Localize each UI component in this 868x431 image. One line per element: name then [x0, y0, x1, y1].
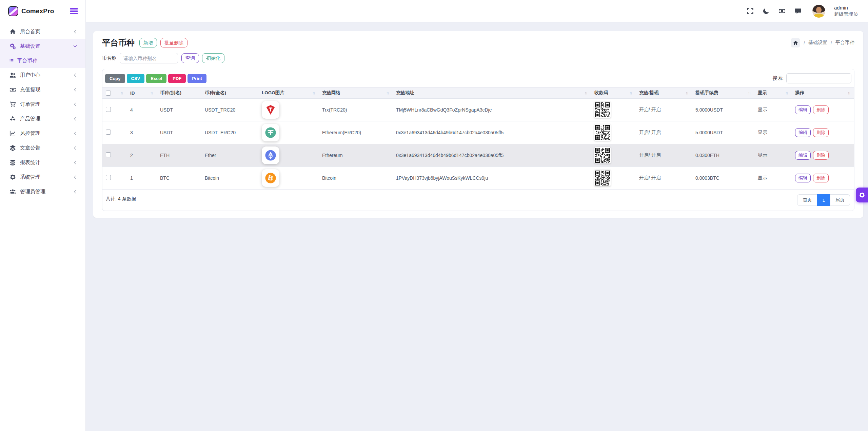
moon-icon[interactable]	[763, 7, 770, 15]
admin-app: ComexPro 后台首页基础设置平台币种用户中心充值提现订单管理产品管理风控管…	[0, 0, 868, 431]
currency-name-input[interactable]	[120, 53, 178, 63]
row-checkbox[interactable]	[106, 130, 111, 135]
chevron-down-icon	[73, 44, 77, 48]
sidebar-subitem-platform-currency[interactable]: 平台币种	[0, 54, 85, 68]
sort-icon[interactable]: ↑↓	[386, 91, 389, 95]
column-header-6[interactable]: 充值地址↑↓	[393, 87, 591, 99]
edit-button[interactable]: 编辑	[795, 151, 811, 160]
sort-icon[interactable]: ↑↓	[585, 91, 588, 95]
sidebar-item-label: 报表统计	[20, 159, 40, 166]
search-label: 搜索:	[773, 75, 784, 81]
breadcrumb-item[interactable]: 基础设置	[808, 40, 827, 46]
sort-icon[interactable]: ↑↓	[120, 91, 123, 95]
delete-button[interactable]: 删除	[813, 151, 829, 160]
page-number-button[interactable]: 1	[817, 194, 830, 206]
edit-button[interactable]: 编辑	[795, 128, 811, 137]
column-header-10[interactable]: 显示↑↓	[754, 87, 792, 99]
sidebar-item-admin-management[interactable]: 管理员管理	[0, 184, 85, 199]
chevron-left-icon	[73, 87, 77, 92]
batch-delete-button[interactable]: 批量删除	[160, 38, 188, 48]
sidebar-item-risk-management[interactable]: 风控管理	[0, 126, 85, 141]
cell-fee: 5.0000USDT	[692, 121, 754, 144]
sort-icon[interactable]: ↑↓	[748, 91, 751, 95]
sort-icon[interactable]: ↑↓	[686, 91, 689, 95]
sort-icon[interactable]: ↑↓	[629, 91, 632, 95]
sidebar-item-order-management[interactable]: 订单管理	[0, 97, 85, 112]
avatar[interactable]	[812, 5, 825, 18]
user-meta[interactable]: admin 超级管理员	[834, 5, 858, 17]
add-button[interactable]: 新增	[139, 38, 157, 48]
table-search-input[interactable]	[786, 73, 851, 83]
export-csv-button[interactable]: CSV	[127, 74, 145, 83]
sidebar-item-user-center[interactable]: 用户中心	[0, 68, 85, 82]
sidebar-item-deposit-withdraw[interactable]: 充值提现	[0, 82, 85, 97]
column-header-0[interactable]: ↑↓	[102, 87, 127, 99]
delete-button[interactable]: 删除	[813, 174, 829, 182]
column-header-11[interactable]: 操作↑↓	[792, 87, 854, 99]
edit-button[interactable]: 编辑	[795, 174, 811, 182]
row-checkbox[interactable]	[106, 107, 111, 112]
user-name: admin	[834, 5, 858, 11]
sort-icon[interactable]: ↑↓	[150, 91, 153, 95]
row-checkbox[interactable]	[106, 175, 111, 180]
sidebar-item-label: 充值提现	[20, 86, 40, 93]
cell-fullname: Bitcoin	[201, 167, 258, 190]
column-header-7[interactable]: 收款码↑↓	[591, 87, 636, 99]
qr-code-image[interactable]	[594, 170, 611, 186]
row-checkbox[interactable]	[106, 152, 111, 157]
column-header-5[interactable]: 充值网络↑↓	[319, 87, 393, 99]
sidebar-item-dashboard[interactable]: 后台首页	[0, 24, 85, 39]
sidebar-menu: 后台首页基础设置平台币种用户中心充值提现订单管理产品管理风控管理文章公告报表统计…	[0, 22, 85, 199]
sidebar-item-basic-settings[interactable]: 基础设置	[0, 39, 85, 54]
edit-button[interactable]: 编辑	[795, 105, 811, 114]
column-header-8[interactable]: 充值/提现↑↓	[636, 87, 692, 99]
cell-qr	[591, 99, 636, 121]
select-all-checkbox[interactable]	[106, 91, 111, 96]
breadcrumb-home-button[interactable]	[791, 38, 800, 47]
settings-fab-button[interactable]	[856, 188, 868, 202]
filter-label: 币名称	[102, 55, 116, 61]
sidebar-group-product-management: 产品管理	[0, 112, 85, 126]
export-excel-button[interactable]: Excel	[146, 74, 166, 83]
sidebar-item-product-management[interactable]: 产品管理	[0, 112, 85, 126]
fullscreen-icon[interactable]	[747, 7, 754, 15]
cell-deposit-withdraw: 开启/ 开启	[636, 167, 692, 190]
cell-id: 4	[127, 99, 157, 121]
delete-button[interactable]: 删除	[813, 105, 829, 114]
sidebar-item-label: 基础设置	[20, 43, 40, 50]
page-nav-button[interactable]: 尾页	[830, 194, 850, 206]
delete-button[interactable]: 删除	[813, 128, 829, 137]
filter-buttons: 查询初始化	[181, 53, 224, 63]
column-header-4[interactable]: LOGO图片↑↓	[258, 87, 319, 99]
export-print-button[interactable]: Print	[188, 74, 206, 83]
sidebar-item-report-statistics[interactable]: 报表统计	[0, 155, 85, 170]
export-pdf-button[interactable]: PDF	[168, 74, 186, 83]
cell-id: 1	[127, 167, 157, 190]
breadcrumb-item[interactable]: 平台币种	[835, 40, 854, 46]
sidebar-item-system-management[interactable]: 系统管理	[0, 170, 85, 184]
qr-code-image[interactable]	[594, 102, 611, 118]
cell-fee: 5.0000USDT	[692, 99, 754, 121]
export-copy-button[interactable]: Copy	[105, 74, 125, 83]
sort-icon[interactable]: ↑↓	[312, 91, 315, 95]
qr-code-image[interactable]	[594, 124, 611, 141]
sidebar-item-article-notice[interactable]: 文章公告	[0, 141, 85, 155]
banknote-icon[interactable]	[778, 7, 786, 15]
sort-icon[interactable]: ↑↓	[848, 91, 851, 95]
column-header-label: 充值网络	[322, 90, 340, 96]
table-header-row: ↑↓ID↑↓币种(别名)币种(全名)LOGO图片↑↓充值网络↑↓充值地址↑↓收款…	[102, 87, 854, 99]
sidebar-group-dashboard: 后台首页	[0, 24, 85, 39]
sort-icon[interactable]: ↑↓	[785, 91, 788, 95]
column-header-1[interactable]: ID↑↓	[127, 87, 157, 99]
title-buttons: 新增批量删除	[139, 38, 188, 48]
qr-code-image[interactable]	[594, 147, 611, 163]
page-nav-button[interactable]: 首页	[797, 194, 817, 206]
row-actions: 编辑删除	[795, 174, 851, 182]
initialize-button[interactable]: 初始化	[202, 53, 224, 63]
menu-toggle-icon[interactable]	[70, 8, 78, 14]
chat-icon[interactable]	[794, 7, 802, 15]
query-button[interactable]: 查询	[181, 53, 199, 63]
column-header-9[interactable]: 提现手续费↑↓	[692, 87, 754, 99]
column-header-label: 币种(别名)	[160, 90, 181, 96]
cell-qr	[591, 144, 636, 167]
